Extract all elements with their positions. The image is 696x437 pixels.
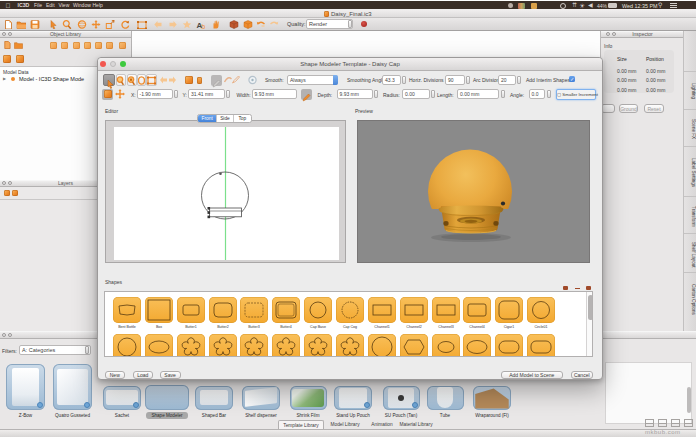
- svg-text:b: b: [202, 23, 206, 30]
